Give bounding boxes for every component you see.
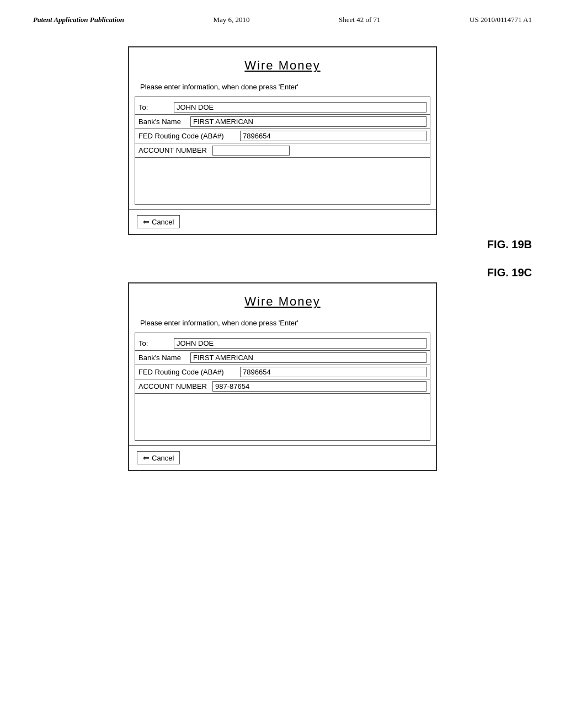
form-19b: To: JOHN DOE Bank's Name FIRST AMERICAN … — [135, 97, 430, 205]
form-row-account-19c: ACCOUNT NUMBER 987-87654 — [135, 379, 430, 394]
value-to-19c: JOHN DOE — [174, 338, 427, 349]
header-publication-label: Patent Application Publication — [33, 15, 124, 24]
label-to-19c: To: — [138, 339, 172, 347]
form-row-fed-19c: FED Routing Code (ABA#) 7896654 — [135, 365, 430, 379]
label-account-19c: ACCOUNT NUMBER — [138, 382, 210, 390]
form-row-account-19b: ACCOUNT NUMBER — [135, 143, 430, 158]
figure-19c-section: FIG. 19C Wire Money Please enter informa… — [33, 264, 532, 471]
cancel-label-19c: Cancel — [152, 454, 174, 462]
dialog-19b: Wire Money Please enter information, whe… — [128, 46, 437, 235]
value-account-19c: 987-87654 — [212, 381, 427, 392]
cancel-arrow-icon-19c: ⇐ — [143, 453, 150, 462]
value-to-19b: JOHN DOE — [174, 102, 427, 113]
dialog-19b-instruction: Please enter information, when done pres… — [129, 78, 436, 97]
form-spacer-row1-19b — [135, 158, 430, 172]
figure-19b-section: Wire Money Please enter information, whe… — [33, 46, 532, 253]
dialog-19c: Wire Money Please enter information, whe… — [128, 282, 437, 471]
value-fed-19b: 7896654 — [240, 131, 427, 141]
header-date: May 6, 2010 — [213, 15, 249, 24]
cancel-button-19b[interactable]: ⇐ Cancel — [137, 215, 180, 228]
fig-19c-label: FIG. 19C — [33, 266, 532, 279]
form-spacer-row2-19b — [135, 172, 430, 186]
form-row-fed-19b: FED Routing Code (ABA#) 7896654 — [135, 129, 430, 143]
cancel-button-19c[interactable]: ⇐ Cancel — [137, 451, 180, 464]
header-sheet: Sheet 42 of 71 — [339, 15, 380, 24]
form-spacer-row2-19c — [135, 408, 430, 422]
form-spacer-row1-19c — [135, 394, 430, 408]
form-spacer-row3-19c — [135, 422, 430, 437]
form-spacer-row3-19b — [135, 186, 430, 201]
form-row-bank-19c: Bank's Name FIRST AMERICAN — [135, 351, 430, 365]
value-bank-19c: FIRST AMERICAN — [190, 352, 427, 363]
label-fed-19c: FED Routing Code (ABA#) — [138, 368, 238, 376]
fig-19b-label: FIG. 19B — [33, 238, 532, 251]
label-fed-19b: FED Routing Code (ABA#) — [138, 132, 238, 140]
form-19c: To: JOHN DOE Bank's Name FIRST AMERICAN … — [135, 333, 430, 441]
dialog-19c-title: Wire Money — [140, 295, 425, 309]
cancel-label-19b: Cancel — [152, 218, 174, 226]
value-fed-19c: 7896654 — [240, 367, 427, 377]
label-bank-19c: Bank's Name — [138, 354, 188, 362]
form-row-to-19c: To: JOHN DOE — [135, 336, 430, 351]
header-patent-number: US 2010/0114771 A1 — [470, 15, 532, 24]
dialog-19c-footer: ⇐ Cancel — [129, 445, 436, 470]
dialog-19b-title: Wire Money — [140, 58, 425, 73]
label-bank-19b: Bank's Name — [138, 117, 188, 126]
value-account-19b — [212, 146, 290, 156]
cancel-arrow-icon-19b: ⇐ — [143, 217, 150, 226]
form-row-to-19b: To: JOHN DOE — [135, 100, 430, 115]
label-account-19b: ACCOUNT NUMBER — [138, 146, 210, 154]
dialog-19c-instruction: Please enter information, when done pres… — [129, 314, 436, 333]
dialog-19b-footer: ⇐ Cancel — [129, 209, 436, 234]
label-to-19b: To: — [138, 103, 172, 111]
form-row-bank-19b: Bank's Name FIRST AMERICAN — [135, 115, 430, 129]
value-bank-19b: FIRST AMERICAN — [190, 116, 427, 127]
